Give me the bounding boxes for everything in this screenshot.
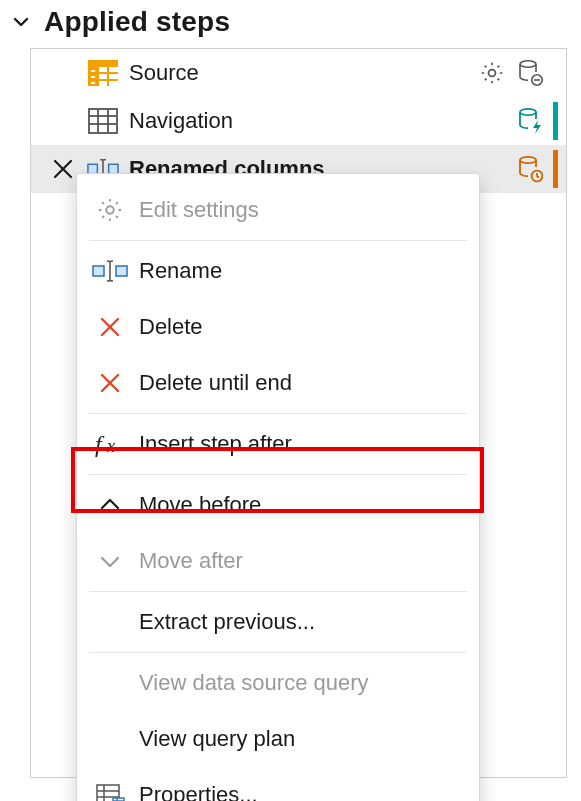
menu-item-view-query-plan[interactable]: View query plan: [77, 711, 479, 767]
svg-point-14: [520, 61, 536, 67]
menu-item-label: Insert step after: [139, 431, 292, 457]
chevron-down-icon: [10, 11, 32, 33]
delete-icon: [89, 306, 131, 348]
svg-rect-10: [91, 76, 95, 78]
menu-item-rename[interactable]: Rename: [77, 243, 479, 299]
menu-separator: [89, 652, 467, 653]
step-context-menu: Edit settings Rename Delete Delete until…: [76, 173, 480, 801]
svg-text:f: f: [95, 431, 105, 457]
menu-item-edit-settings: Edit settings: [77, 182, 479, 238]
status-bar: [553, 54, 558, 92]
menu-item-delete-until-end[interactable]: Delete until end: [77, 355, 479, 411]
menu-item-label: Delete until end: [139, 370, 292, 396]
svg-text:x: x: [106, 436, 115, 456]
chevron-down-icon: [89, 540, 131, 582]
step-row-navigation[interactable]: Navigation: [31, 97, 566, 145]
database-minus-icon[interactable]: [515, 58, 545, 88]
status-bar: [553, 102, 558, 140]
menu-separator: [89, 413, 467, 414]
menu-item-label: Edit settings: [139, 197, 259, 223]
rename-icon: [89, 250, 131, 292]
svg-marker-23: [533, 120, 541, 134]
menu-item-label: View data source query: [139, 670, 369, 696]
step-row-source[interactable]: Source: [31, 49, 566, 97]
menu-item-label: Move after: [139, 548, 243, 574]
fx-icon: f x: [89, 423, 131, 465]
menu-item-view-data-source-query: View data source query: [77, 655, 479, 711]
database-clock-icon[interactable]: [515, 154, 545, 184]
svg-rect-17: [89, 109, 117, 133]
svg-point-30: [106, 206, 113, 213]
menu-separator: [89, 591, 467, 592]
applied-steps-header[interactable]: Applied steps: [0, 0, 581, 48]
status-bar: [553, 150, 558, 188]
table-icon: [87, 105, 119, 137]
table-source-icon: [87, 57, 119, 89]
properties-icon: [89, 774, 131, 801]
menu-item-label: Properties...: [139, 782, 258, 801]
svg-rect-32: [116, 266, 127, 276]
applied-steps-title: Applied steps: [44, 6, 230, 38]
svg-point-13: [489, 70, 496, 77]
menu-item-label: Extract previous...: [139, 609, 315, 635]
blank-icon: [89, 601, 131, 643]
svg-rect-12: [88, 60, 118, 67]
step-label: Navigation: [129, 108, 515, 134]
menu-item-insert-step-after[interactable]: f x Insert step after: [77, 416, 479, 472]
chevron-up-icon: [89, 484, 131, 526]
menu-item-extract-previous[interactable]: Extract previous...: [77, 594, 479, 650]
delete-icon: [89, 362, 131, 404]
svg-point-28: [520, 157, 536, 163]
svg-rect-9: [91, 70, 95, 72]
menu-item-properties[interactable]: Properties...: [77, 767, 479, 801]
step-label: Source: [129, 60, 477, 86]
database-bolt-icon[interactable]: [515, 106, 545, 136]
gear-icon[interactable]: [477, 58, 507, 88]
menu-separator: [89, 474, 467, 475]
blank-icon: [89, 662, 131, 704]
menu-item-label: Move before: [139, 492, 261, 518]
menu-item-move-after: Move after: [77, 533, 479, 589]
menu-item-label: Delete: [139, 314, 203, 340]
gear-icon: [89, 189, 131, 231]
svg-rect-31: [93, 266, 104, 276]
blank-icon: [89, 718, 131, 760]
menu-item-label: View query plan: [139, 726, 295, 752]
svg-rect-11: [91, 82, 95, 84]
menu-item-move-before[interactable]: Move before: [77, 477, 479, 533]
menu-separator: [89, 240, 467, 241]
menu-item-label: Rename: [139, 258, 222, 284]
svg-point-22: [520, 109, 536, 115]
menu-item-delete[interactable]: Delete: [77, 299, 479, 355]
